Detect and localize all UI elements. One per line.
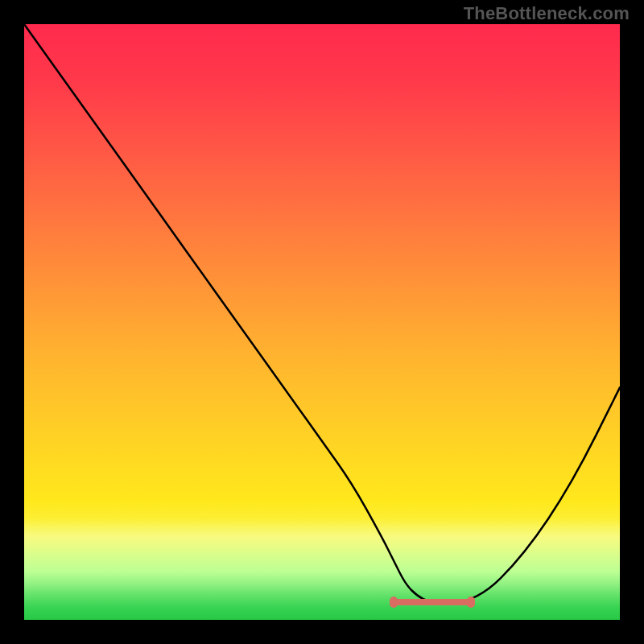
plot-area [24, 24, 620, 620]
optimal-range-marker [394, 599, 471, 605]
chart-stage: TheBottleneck.com [0, 0, 644, 644]
heat-gradient [24, 24, 620, 620]
watermark-text: TheBottleneck.com [464, 3, 630, 24]
optimal-range-cap-left [390, 597, 398, 608]
optimal-range-cap-right [467, 597, 475, 608]
